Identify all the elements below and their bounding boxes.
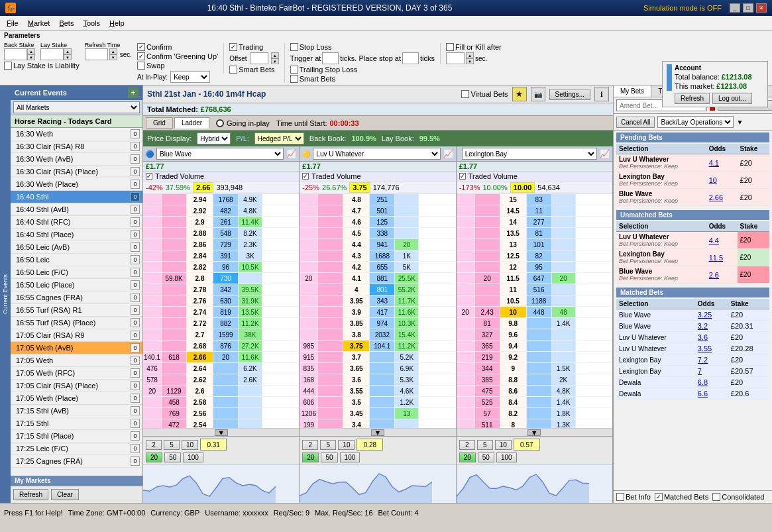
ladder-row[interactable]: 14.511 — [457, 205, 612, 217]
stake-btn2-50-luv-u-whatever[interactable]: 50 — [321, 452, 337, 462]
ladder-row[interactable]: 13.581 — [457, 228, 612, 239]
offset-input[interactable]: 3 — [250, 52, 268, 64]
fill-or-kill-check[interactable]: Fill or Kill after — [446, 43, 502, 51]
ladder-row[interactable]: 480155.2K — [300, 284, 455, 295]
ladder-blue-wave[interactable]: 2.9417684.9K2.924824.8K2.926111.4K2.8854… — [143, 194, 299, 428]
confirm-greening-checkbox[interactable] — [137, 52, 145, 60]
sidebar-item-11[interactable]: 16:50 Leic (F/C)0 — [11, 266, 142, 279]
ladder-row[interactable]: 2011292.6 — [143, 386, 299, 397]
sidebar-item-18[interactable]: 17:05 Weth0 — [11, 354, 142, 367]
stake-btn2-100-luv-u-whatever[interactable]: 100 — [340, 452, 360, 462]
refresh-time-up[interactable]: ▲ — [109, 48, 117, 54]
sidebar-item-15[interactable]: 16:55 Turf (RSA) (Place)0 — [11, 317, 142, 329]
stake-btn2-20-blue-wave[interactable]: 20 — [146, 452, 162, 462]
stake-btn-10-luv-u-whatever[interactable]: 10 — [338, 440, 355, 450]
stop-loss-checkbox[interactable] — [290, 43, 298, 51]
ladder-row[interactable]: 2.7834239.5K — [143, 284, 299, 295]
refresh-time-input[interactable]: 0.5 — [85, 48, 108, 60]
sidebar-item-2[interactable]: 16:30 Weth (AvB)0 — [11, 153, 142, 166]
stake-btn2-100-lexington-bay[interactable]: 100 — [496, 452, 517, 462]
stake-btn-10-blue-wave[interactable]: 10 — [182, 440, 198, 450]
trading-check[interactable]: Trading — [229, 43, 279, 51]
camera-button[interactable]: 📷 — [531, 87, 545, 101]
smart-bets2-check[interactable]: Smart Bets — [290, 75, 435, 83]
fill-or-kill-checkbox[interactable] — [446, 43, 454, 51]
ladder-row[interactable]: 2.7663031.9K — [143, 295, 299, 307]
ladder-row[interactable]: 3.9534311.7K — [300, 295, 455, 307]
smart-bets2-checkbox[interactable] — [290, 75, 298, 83]
ladder-row[interactable]: 3858.82K — [457, 374, 612, 386]
sidebar-add-button[interactable]: + — [128, 87, 138, 98]
ladder-row[interactable]: 4.6125 — [300, 217, 455, 228]
ladder-row[interactable]: 2199.2 — [457, 352, 612, 363]
scroll-indicator[interactable]: ▼ — [527, 429, 541, 436]
right-scroll-area[interactable]: Pending Bets Selection Odds Stake Luv U … — [614, 131, 772, 490]
consolidated-checkbox[interactable] — [712, 493, 720, 501]
virtual-bets-checkbox[interactable] — [461, 90, 469, 98]
stake-btn2-50-blue-wave[interactable]: 50 — [164, 452, 181, 462]
ladder-row[interactable]: 2.867292.3K — [143, 239, 299, 250]
confirm-greening-check[interactable]: Confirm 'Greening Up' — [137, 52, 218, 60]
matched-bet-odds[interactable]: 3.6 — [695, 332, 728, 343]
menu-file[interactable]: File — [3, 18, 23, 28]
ladder-row[interactable]: 2.7288211.2K — [143, 318, 299, 329]
ladder-row[interactable]: 2.829610.5K — [143, 262, 299, 273]
stake-btn2-50-lexington-bay[interactable]: 50 — [478, 452, 494, 462]
lay-stake-up[interactable]: ▲ — [64, 48, 72, 54]
star-button[interactable]: ★ — [512, 87, 527, 101]
pending-bet-odds[interactable]: 4.1 — [706, 154, 738, 172]
tab-grid[interactable]: Grid — [146, 117, 173, 129]
ladder-row[interactable]: 4.26555K — [300, 262, 455, 273]
sidebar-item-7[interactable]: 16:40 Sthl (RFC)0 — [11, 216, 142, 229]
sidebar-item-6[interactable]: 16:40 Sthl (AvB)0 — [11, 203, 142, 216]
minimize-button[interactable]: _ — [730, 3, 740, 13]
matched-bet-odds[interactable]: 6.8 — [695, 377, 728, 388]
current-events-tab[interactable]: Current Events — [0, 85, 11, 503]
scroll-indicator[interactable]: ▼ — [371, 429, 384, 436]
bet-info-checkbox[interactable] — [616, 493, 624, 501]
stake-btn-2-lexington-bay[interactable]: 2 — [459, 440, 475, 450]
stake-btn2-20-lexington-bay[interactable]: 20 — [459, 452, 476, 462]
sidebar-item-16[interactable]: 17:05 Clair (RSA) R90 — [11, 329, 142, 342]
stop-loss-check[interactable]: Stop Loss — [290, 43, 435, 51]
ladder-row[interactable]: 1683.65.3K — [300, 374, 455, 386]
ladder-row[interactable]: 10.51188 — [457, 295, 612, 307]
sidebar-item-26[interactable]: 17:25 Cagnes (FRA)0 — [11, 455, 142, 468]
ladder-row[interactable]: 4.5338 — [300, 228, 455, 239]
ladder-row[interactable]: 7692.56 — [143, 408, 299, 419]
menu-bets[interactable]: Bets — [55, 18, 78, 28]
unmatched-bet-odds[interactable]: 4.4 — [706, 232, 738, 249]
unmatched-bet-odds[interactable]: 2.6 — [706, 266, 738, 284]
matched-bet-odds[interactable]: 7.2 — [695, 354, 728, 366]
ladder-row[interactable]: 9853.75104.111.2K — [300, 341, 455, 352]
ladder-row[interactable]: 202.431044848 — [457, 307, 612, 318]
sidebar-item-25[interactable]: 17:25 Leic (F/C)0 — [11, 443, 142, 455]
sidebar-item-19[interactable]: 17:05 Weth (RFC)0 — [11, 367, 142, 380]
ladder-luv-u-whatever[interactable]: 4.82514.75014.61254.53384.4941204.316881… — [300, 194, 455, 428]
traded-checkbox-luv-u-whatever[interactable] — [302, 173, 309, 180]
stake-btn-5-luv-u-whatever[interactable]: 5 — [320, 440, 336, 450]
settings-button[interactable]: Settings... — [549, 89, 590, 100]
sidebar-item-17[interactable]: 17:05 Weth (AvB)0 — [11, 342, 142, 354]
refresh-time-down[interactable]: ▼ — [109, 54, 117, 60]
sidebar-item-12[interactable]: 16:50 Leic (Place)0 — [11, 279, 142, 292]
ladder-row[interactable]: 1583 — [457, 194, 612, 205]
sidebar-item-4[interactable]: 16:30 Weth (Place)0 — [11, 178, 142, 191]
panel-select-luv-u-whatever[interactable]: Luv U Whatever — [313, 148, 440, 160]
matched-bet-odds[interactable]: 6.6 — [695, 388, 728, 399]
sidebar-item-9[interactable]: 16:50 Leic (AvB)0 — [11, 241, 142, 254]
back-stake-input[interactable]: 20 — [4, 48, 27, 60]
smart-bets-check[interactable]: Smart Bets — [229, 66, 279, 74]
stake-btn-5-lexington-bay[interactable]: 5 — [477, 440, 493, 450]
sidebar-item-8[interactable]: 16:40 Sthl (Place)0 — [11, 229, 142, 241]
ladder-row[interactable]: 3.8203215.4K — [300, 329, 455, 341]
ladder-row[interactable]: 2.7159938K — [143, 329, 299, 341]
ladder-row[interactable]: 2.6887627.2K — [143, 341, 299, 352]
ladder-row[interactable]: 2.924824.8K — [143, 205, 299, 217]
tab-ladder[interactable]: Ladder — [174, 117, 209, 129]
info-button[interactable]: ℹ — [594, 87, 609, 101]
ladder-row[interactable]: 12.582 — [457, 250, 612, 262]
sidebar-item-24[interactable]: 17:15 Sthl (Place)0 — [11, 430, 142, 443]
ladder-row[interactable]: 2.7481913.5K — [143, 307, 299, 318]
offset-up[interactable]: ▲ — [271, 52, 279, 58]
